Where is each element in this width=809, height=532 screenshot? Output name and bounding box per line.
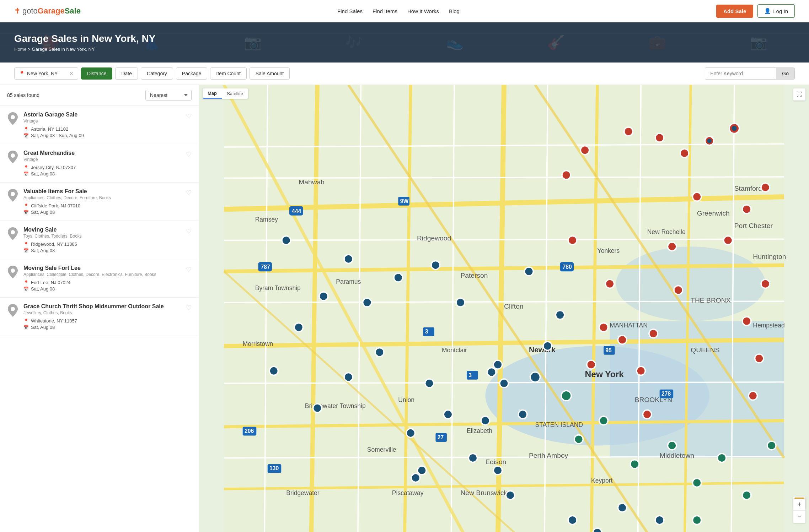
svg-text:Montclair: Montclair	[442, 347, 467, 354]
favorite-button-1[interactable]: ♡	[186, 112, 192, 120]
sale-title-3: Valuable Items For Sale	[23, 188, 192, 195]
sales-count: 85 sales found	[7, 92, 39, 98]
calendar-icon: 📅	[23, 248, 29, 253]
location-pin-icon: 📍	[23, 319, 29, 324]
breadcrumb-home[interactable]: Home	[14, 47, 27, 52]
svg-point-139	[344, 255, 353, 264]
filter-distance-button[interactable]: Distance	[81, 67, 112, 80]
ribbon-icon	[8, 304, 18, 317]
location-input[interactable]	[27, 71, 67, 76]
map-background: Mahwah Ramsey Paramus Ridgewood Paterson…	[199, 85, 809, 532]
svg-point-114	[605, 279, 614, 288]
svg-point-148	[561, 391, 571, 401]
filter-category-button[interactable]: Category	[141, 67, 173, 80]
svg-point-106	[755, 354, 764, 363]
keyword-go-button[interactable]: Go	[776, 67, 795, 80]
list-item: Great Merchandise Vintage 📍 Jersey City,…	[0, 144, 199, 183]
svg-point-153	[692, 478, 701, 487]
svg-text:Piscataway: Piscataway	[392, 489, 424, 496]
list-item: Astoria Garage Sale Vintage 📍 Astoria, N…	[0, 106, 199, 144]
sale-category-5: Appliances, Collectible, Clothes, Decore…	[23, 272, 192, 277]
filter-sale-amount-button[interactable]: Sale Amount	[250, 67, 290, 80]
listings-header: 85 sales found Nearest Date Sale Amount …	[0, 85, 199, 106]
nav-find-items[interactable]: Find Items	[373, 8, 397, 14]
svg-point-137	[456, 298, 465, 307]
svg-point-118	[556, 310, 564, 319]
nav-how-it-works[interactable]: How It Works	[407, 8, 439, 14]
svg-point-134	[375, 348, 384, 357]
svg-point-103	[724, 236, 733, 245]
svg-text:Keyport: Keyport	[591, 477, 612, 484]
sale-title-6: Grace Church Thrift Shop Midsummer Outdo…	[23, 303, 192, 310]
filter-item-count-button[interactable]: Item Count	[210, 67, 246, 80]
sale-category-3: Appliances, Clothes, Decore, Furniture, …	[23, 195, 192, 200]
svg-point-120	[530, 372, 540, 382]
svg-text:MANHATTAN: MANHATTAN	[610, 322, 648, 329]
svg-point-142	[394, 273, 403, 282]
svg-text:Clifton: Clifton	[504, 303, 524, 310]
ribbon-icon	[8, 151, 18, 163]
svg-point-149	[574, 435, 583, 444]
svg-text:Somerville: Somerville	[367, 446, 396, 453]
svg-point-110	[674, 286, 683, 294]
svg-text:95: 95	[605, 347, 612, 353]
person-icon: 👤	[764, 8, 771, 14]
sale-location-5: 📍 Fort Lee, NJ 07024	[23, 280, 192, 285]
svg-text:Ramsey: Ramsey	[255, 216, 278, 223]
svg-text:Ridgewood: Ridgewood	[417, 234, 451, 242]
keyword-area: Go	[705, 67, 795, 80]
location-pin-icon: 📍	[23, 242, 29, 247]
sale-badge-3	[7, 189, 18, 202]
map-fullscreen-button[interactable]: ⛶	[793, 88, 805, 101]
svg-point-112	[637, 367, 645, 375]
favorite-button-5[interactable]: ♡	[186, 266, 192, 273]
sale-meta-5: 📍 Fort Lee, NJ 07024 📅 Sat, Aug 08	[23, 280, 192, 292]
svg-point-155	[743, 491, 751, 500]
zoom-in-button[interactable]: +	[793, 499, 805, 511]
favorite-button-3[interactable]: ♡	[186, 189, 192, 197]
map-tab-map[interactable]: Map	[203, 88, 222, 99]
sale-category-1: Vintage	[23, 119, 192, 124]
sale-category-2: Vintage	[23, 157, 192, 162]
sale-title-1: Astoria Garage Sale	[23, 112, 192, 118]
site-logo[interactable]: ✝ gotoGarageSale	[14, 6, 81, 16]
filter-package-button[interactable]: Package	[176, 67, 207, 80]
svg-text:Yonkers: Yonkers	[598, 247, 620, 254]
svg-point-132	[313, 404, 322, 413]
map-tabs: Map Satellite	[203, 88, 248, 99]
nav-find-sales[interactable]: Find Sales	[337, 8, 363, 14]
sale-dates-3: 📅 Sat, Aug 08	[23, 210, 192, 215]
ribbon-icon	[8, 266, 18, 278]
zoom-out-button[interactable]: −	[793, 511, 805, 523]
location-input-wrapper[interactable]: 📍 ✕	[14, 67, 78, 80]
svg-text:Byram Township: Byram Township	[255, 284, 301, 292]
keyword-input[interactable]	[705, 67, 776, 80]
svg-point-162	[487, 368, 496, 377]
svg-point-96	[680, 149, 689, 158]
breadcrumb-sep: >	[28, 47, 32, 52]
clear-location-icon[interactable]: ✕	[69, 71, 74, 76]
sale-location-6: 📍 Whitestone, NY 11357	[23, 318, 192, 324]
filter-date-button[interactable]: Date	[115, 67, 138, 80]
sale-dates-6: 📅 Sat, Aug 08	[23, 325, 192, 330]
svg-point-141	[363, 298, 372, 307]
favorite-button-6[interactable]: ♡	[186, 304, 192, 312]
svg-point-98	[624, 127, 633, 136]
sale-dates-4: 📅 Sat, Aug 08	[23, 248, 192, 253]
map-panel: Mahwah Ramsey Paramus Ridgewood Paterson…	[199, 85, 809, 532]
svg-text:130: 130	[269, 465, 279, 471]
svg-point-104	[761, 279, 770, 288]
favorite-button-2[interactable]: ♡	[186, 151, 192, 158]
list-item: Grace Church Thrift Shop Midsummer Outdo…	[0, 298, 199, 336]
header: ✝ gotoGarageSale Find Sales Find Items H…	[0, 0, 809, 22]
add-sale-button[interactable]: Add Sale	[716, 5, 753, 18]
sort-select[interactable]: Nearest Date Sale Amount Item Count	[145, 90, 192, 101]
calendar-icon: 📅	[23, 287, 29, 292]
svg-point-97	[655, 134, 664, 142]
login-button[interactable]: 👤 Log In	[757, 4, 795, 18]
favorite-button-4[interactable]: ♡	[186, 227, 192, 235]
map-tab-satellite[interactable]: Satellite	[222, 88, 248, 99]
sale-info-2: Great Merchandise Vintage 📍 Jersey City,…	[23, 150, 192, 177]
nav-blog[interactable]: Blog	[449, 8, 460, 14]
svg-point-136	[525, 267, 534, 276]
